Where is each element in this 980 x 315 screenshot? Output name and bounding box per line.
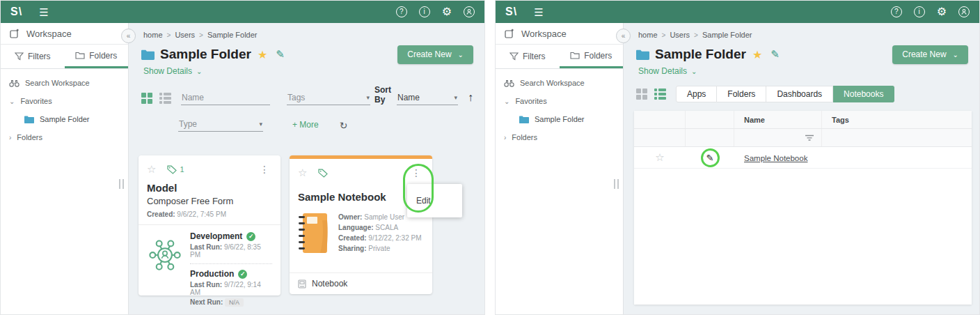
rename-pencil-icon[interactable]: ✎ [770,48,780,61]
type-filter-select[interactable]: Type ▾ [178,117,263,132]
settings-gear-icon[interactable]: ⚙ [937,6,947,17]
tag-icon[interactable]: 1 [167,165,184,174]
help-icon[interactable]: ? [396,6,407,17]
sidebar-item-sample-folder[interactable]: Sample Folder [24,115,128,123]
search-workspace[interactable]: Search Workspace [504,79,623,87]
tab-dashboards[interactable]: Dashboards [766,86,833,102]
model-card[interactable]: ☆ 1 ⋮ Model Composer Free Form Created: … [139,155,280,295]
kebab-menu-icon[interactable]: ⋮ [257,164,272,175]
breadcrumb-home[interactable]: home [638,31,658,39]
hamburger-menu-icon[interactable]: ☰ [534,7,543,17]
breadcrumb-users[interactable]: Users [670,31,690,39]
notebook-card[interactable]: ☆ ⋮ Sample Notebook [290,155,432,294]
card-title[interactable]: Model [147,182,272,194]
account-icon[interactable] [958,6,970,17]
card-type-label: Notebook [312,279,347,289]
tab-folders[interactable]: Folders [560,45,624,68]
sidebar-collapse-button[interactable]: « [121,29,136,43]
sort-by-select[interactable]: Name ▾ [397,91,458,105]
sidebar-item-sample-folder[interactable]: Sample Folder [519,115,623,123]
sidebar-resize-handle[interactable] [614,179,619,189]
view-toggle [636,89,666,100]
chevron-down-icon: ⌄ [458,51,464,59]
star-outline-icon[interactable]: ☆ [655,151,664,164]
tab-folders-type[interactable]: Folders [717,86,766,102]
tab-filters-label: Filters [28,52,51,61]
rename-pencil-icon[interactable]: ✎ [276,48,285,61]
show-details-toggle[interactable]: Show Details ⌄ [143,66,202,76]
breadcrumb-users[interactable]: Users [175,31,195,39]
favorites-group[interactable]: ⌄ Favorites [504,97,623,105]
folder-blue-icon [636,49,649,60]
breadcrumb-separator: > [167,31,171,39]
breadcrumb-separator: > [694,31,698,39]
dotted-divider [190,263,272,264]
model-network-icon [147,236,183,272]
header-tags-col[interactable]: Tags [822,111,972,128]
settings-gear-icon[interactable]: ⚙ [442,6,452,17]
tab-notebooks[interactable]: Notebooks [833,86,894,102]
notebook-row-link[interactable]: Sample Notebook [734,154,807,162]
help-icon[interactable]: ? [891,6,902,17]
tab-apps[interactable]: Apps [676,86,717,102]
favorite-star-icon[interactable]: ★ [258,48,267,61]
show-details-label: Show Details [638,66,687,76]
star-outline-icon[interactable]: ☆ [147,163,156,176]
kebab-menu-icon[interactable]: ⋮ [409,167,424,178]
more-filters-button[interactable]: + More [292,120,319,130]
type-tabs: Apps Folders Dashboards Notebooks [676,86,894,102]
sidebar-collapse-button[interactable]: « [616,29,631,43]
column-filter-icon[interactable] [805,135,814,141]
tab-filters[interactable]: Filters [496,45,560,68]
funnel-icon [15,52,24,61]
create-new-button[interactable]: Create New ⌄ [892,45,968,64]
search-workspace[interactable]: Search Workspace [9,79,128,87]
card-subtitle: Composer Free Form [147,196,272,206]
check-circle-icon: ✓ [246,232,255,241]
folders-group[interactable]: › Folders [504,133,623,141]
name-filter-input[interactable] [181,91,270,105]
env-prod-nextrun: Next Run: N/A [190,298,272,306]
favorite-star-icon[interactable]: ★ [752,48,762,61]
favorites-group[interactable]: ⌄ Favorites [9,97,128,105]
header-name-col[interactable]: Name [734,111,822,128]
card-title[interactable]: Sample Notebook [298,191,424,203]
tab-folders[interactable]: Folders [65,45,129,68]
sort-direction-icon[interactable]: ↑ [468,91,473,104]
breadcrumb-home[interactable]: home [143,31,163,39]
account-icon[interactable] [464,6,475,17]
grid-view-icon[interactable] [141,93,152,104]
show-details-toggle[interactable]: Show Details ⌄ [638,66,697,76]
menu-item-edit[interactable]: Edit [407,196,462,206]
card-actions: ☆ ⋮ [298,166,424,180]
tag-count: 1 [180,165,184,174]
refresh-icon[interactable]: ↻ [340,120,348,131]
tag-icon[interactable] [318,169,328,178]
sidebar-resize-handle[interactable] [119,179,124,189]
show-details-label: Show Details [143,66,192,76]
info-icon[interactable]: i [914,6,925,17]
create-new-button[interactable]: Create New ⌄ [397,45,473,64]
list-view-icon[interactable] [654,89,666,100]
star-outline-icon[interactable]: ☆ [298,167,307,179]
app-logo: S\ [505,6,517,18]
new-window-icon[interactable] [505,29,514,38]
breadcrumb-current: Sample Folder [702,31,752,39]
topbar-actions: ? i ⚙ [396,6,475,17]
table-header-row: Name Tags [634,111,972,129]
tab-filters[interactable]: Filters [1,45,65,68]
info-icon[interactable]: i [419,6,430,17]
tab-folders-label: Folders [584,51,612,61]
search-workspace-label: Search Workspace [25,79,90,87]
grid-view-icon[interactable] [636,89,647,100]
table-row[interactable]: ☆ ✎ Sample Notebook [634,147,972,169]
hamburger-menu-icon[interactable]: ☰ [39,7,48,17]
card-created: Created: 9/6/22, 7:45 PM [147,210,272,218]
list-view-icon[interactable] [159,93,171,104]
tags-filter-select[interactable]: Tags ▾ [287,91,370,105]
caret-down-icon: ▾ [366,94,370,101]
new-window-icon[interactable] [10,29,19,38]
edit-pencil-icon[interactable]: ✎ [706,153,714,163]
folders-group[interactable]: › Folders [9,133,128,141]
tag-glyph [318,169,328,178]
